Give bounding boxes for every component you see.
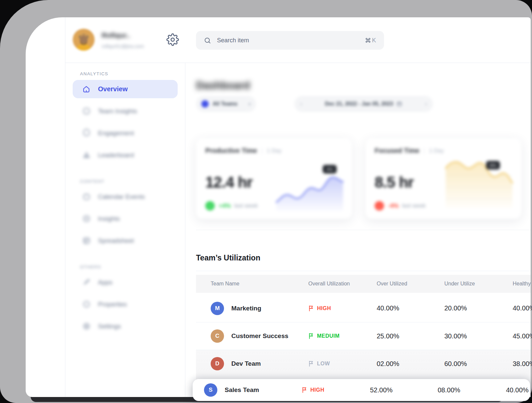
utilization-level: HIGH bbox=[308, 305, 377, 312]
sidebar-nav: ANALYTICS Overview Team Insights Engagem… bbox=[73, 71, 178, 335]
date-range-picker[interactable]: ‹ Dec 21, 2022 - Jan 05, 2023 › bbox=[294, 96, 433, 112]
table-row[interactable]: M Marketing HIGH 40.00% 20.00% 40.00% bbox=[196, 294, 531, 322]
under-utilize-value: 60.00% bbox=[444, 360, 513, 368]
sidebar-item-insights[interactable]: Insights bbox=[73, 209, 178, 228]
avatar: D bbox=[211, 357, 224, 370]
team-filter-label: All Teams bbox=[213, 101, 237, 107]
card-title: Productive Time bbox=[205, 147, 257, 155]
under-utilize-value: 30.00% bbox=[444, 332, 513, 340]
calendar-icon bbox=[82, 193, 91, 201]
sidebar-item-apps[interactable]: Apps bbox=[73, 273, 178, 291]
card-value: 8.5 hr bbox=[375, 173, 414, 191]
over-utilized-value: 52.00% bbox=[370, 386, 438, 394]
team-filter-dropdown[interactable]: All Teams ▾ bbox=[196, 96, 256, 112]
flag-icon bbox=[308, 305, 314, 312]
divider bbox=[424, 148, 424, 154]
chart-icon bbox=[82, 151, 91, 160]
col-overall-utilization: Overall Utilization bbox=[308, 281, 377, 287]
sidebar-item-properties[interactable]: Properties bbox=[73, 295, 178, 313]
search-input[interactable] bbox=[216, 37, 365, 44]
command-icon bbox=[365, 37, 371, 44]
sidebar-section-content: CONTENT bbox=[80, 179, 178, 184]
flag-icon bbox=[308, 360, 314, 367]
utilization-level: LOW bbox=[308, 360, 377, 367]
utilization-title: Team’s Utilization bbox=[196, 253, 260, 262]
col-team-name: Team Name bbox=[211, 281, 308, 287]
utilization-level: HIGH bbox=[302, 387, 370, 393]
settings-gear-icon[interactable] bbox=[166, 33, 180, 47]
sidebar-item-spreadsheet[interactable]: Spreadsheet bbox=[73, 231, 178, 250]
col-under-utilize: Under Utilize bbox=[444, 281, 513, 287]
card-delta: -4% bbox=[388, 202, 399, 209]
utilization-level: MEDUIM bbox=[308, 333, 377, 339]
sidebar-item-label: Insights bbox=[98, 215, 120, 222]
card-delta-note: last week bbox=[402, 202, 426, 209]
prev-arrow-icon[interactable]: ‹ bbox=[300, 101, 302, 107]
circle-icon bbox=[82, 129, 91, 138]
card-period[interactable]: 1 Day bbox=[267, 148, 281, 154]
table-row[interactable]: D Dev Team LOW 02.00% 60.00% 38.00% bbox=[196, 350, 531, 377]
flag-icon bbox=[308, 333, 314, 339]
under-utilize-value: 20.00% bbox=[444, 304, 513, 312]
apps-icon bbox=[82, 278, 91, 287]
team-name: Sales Team bbox=[225, 386, 259, 394]
sidebar-item-calendar-events[interactable]: Calendar Events bbox=[73, 188, 178, 206]
sidebar-item-engagement[interactable]: Engagement bbox=[73, 124, 178, 142]
next-arrow-icon[interactable]: › bbox=[425, 101, 427, 107]
table-row[interactable]: C Customer Success MEDUIM 25.00% 30.00% … bbox=[196, 322, 531, 350]
focused-time-card: Focused Time 1 Day 8.5 hr ↓ -4% last wee… bbox=[365, 138, 521, 219]
healthy-value: 38.00% bbox=[513, 360, 532, 368]
sidebar-item-settings[interactable]: Settings bbox=[73, 317, 178, 335]
calendar-icon bbox=[396, 101, 402, 107]
over-utilized-value: 40.00% bbox=[377, 304, 444, 312]
card-period[interactable]: 1 Day bbox=[429, 148, 444, 154]
table-top-divider bbox=[196, 271, 531, 271]
healthy-value: 45.00% bbox=[513, 332, 532, 340]
flag-icon bbox=[302, 387, 307, 393]
col-over-utilized: Over Utilized bbox=[377, 281, 444, 287]
avatar: C bbox=[211, 329, 224, 343]
section-divider bbox=[196, 230, 531, 230]
table-row-floating[interactable]: S Sales Team HIGH 52.00% 08.00% 40.00% bbox=[193, 379, 530, 401]
under-utilize-value: 08.00% bbox=[438, 386, 506, 394]
utilization-table-header: Team Name Overall Utilization Over Utili… bbox=[196, 275, 531, 293]
svg-text:4%: 4% bbox=[327, 167, 333, 172]
team-color-dot bbox=[201, 100, 209, 108]
user-avatar[interactable] bbox=[73, 29, 95, 51]
productive-sparkline-chart: 4% bbox=[275, 158, 345, 211]
properties-icon bbox=[82, 300, 91, 309]
col-healthy: Healthy bbox=[513, 281, 531, 287]
left-rail-divider bbox=[65, 17, 65, 397]
sidebar-item-overview[interactable]: Overview bbox=[73, 80, 178, 98]
sidebar-item-label: Leaderboard bbox=[98, 152, 134, 159]
search-shortcut: K bbox=[365, 37, 376, 44]
page-title: Dashboard bbox=[196, 80, 250, 92]
over-utilized-value: 25.00% bbox=[377, 332, 444, 340]
user-name: Rofiqur.. bbox=[102, 31, 130, 39]
card-delta: +4% bbox=[219, 202, 231, 209]
over-utilized-value: 02.00% bbox=[377, 360, 444, 368]
svg-text:8%: 8% bbox=[490, 163, 496, 168]
sidebar-item-team-insights[interactable]: Team Insights bbox=[73, 102, 178, 120]
search-bar[interactable]: K bbox=[196, 31, 384, 50]
team-name: Dev Team bbox=[231, 360, 261, 367]
healthy-value: 40.00% bbox=[513, 304, 532, 312]
sidebar-section-others: OTHERS bbox=[80, 264, 178, 269]
sidebar-item-label: Apps bbox=[98, 279, 112, 286]
user-email: rofiqur51@jira.com bbox=[102, 43, 144, 49]
healthy-value: 40.00% bbox=[506, 386, 530, 394]
trend-up-icon: ↑ bbox=[205, 201, 215, 210]
sidebar-section-analytics: ANALYTICS bbox=[80, 71, 178, 76]
sidebar-item-label: Settings bbox=[98, 323, 121, 330]
focused-sparkline-chart: 8% bbox=[444, 152, 514, 209]
sidebar-item-leaderboard[interactable]: Leaderboard bbox=[73, 146, 178, 164]
divider bbox=[262, 148, 262, 154]
sidebar-item-label: Overview bbox=[98, 85, 128, 93]
sidebar-divider bbox=[185, 63, 185, 397]
sidebar-item-label: Engagement bbox=[98, 130, 134, 137]
sidebar-item-label: Properties bbox=[98, 301, 127, 308]
chevron-down-icon: ▾ bbox=[248, 102, 251, 107]
search-icon bbox=[204, 37, 211, 44]
sidebar-item-label: Spreadsheet bbox=[98, 237, 134, 244]
productive-time-card: Productive Time 1 Day 12.4 hr ↑ +4% last… bbox=[196, 138, 352, 219]
